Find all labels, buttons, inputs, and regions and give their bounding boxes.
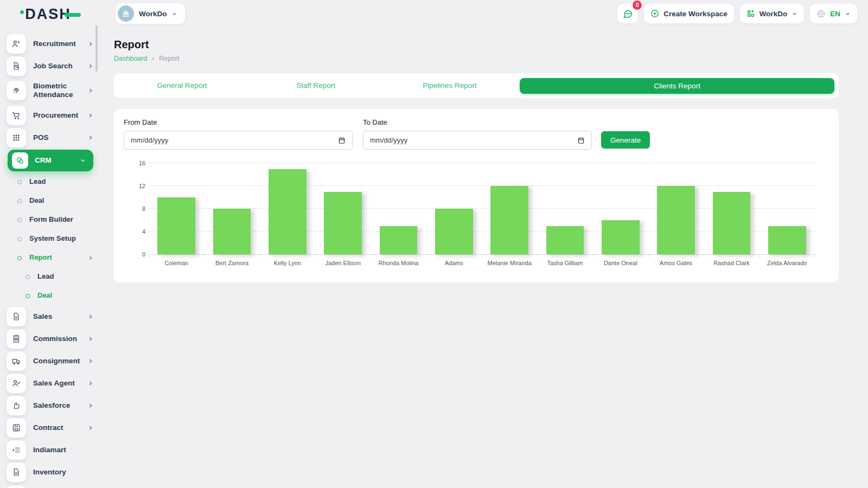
- circle-bullet-icon: [17, 180, 22, 184]
- sidebar-subitem-deal[interactable]: Deal: [0, 286, 101, 305]
- workspace-name: WorkDo: [139, 10, 167, 18]
- language-label: EN: [830, 10, 840, 18]
- sidebar-item-label: System Setup: [29, 235, 76, 243]
- chart-x-labels: ColemanBert ZamoraKelly LynnJaden Elliso…: [149, 260, 815, 266]
- sidebar-item-recruitment[interactable]: Recruitment: [0, 33, 101, 55]
- from-date-input[interactable]: [124, 131, 353, 150]
- x-axis-tick: [760, 254, 760, 257]
- sidebar-item-label: Indiamart: [33, 446, 66, 454]
- circle-bullet-icon: [17, 256, 22, 260]
- from-date-label: From Date: [124, 118, 353, 126]
- chevron-down-icon: [845, 11, 851, 17]
- workspace-switcher[interactable]: WorkDo: [116, 3, 185, 24]
- sidebar-item-inventory[interactable]: Inventory: [0, 461, 101, 483]
- workdo-dropdown-label: WorkDo: [760, 10, 788, 18]
- chevron-right-icon: [87, 380, 94, 387]
- x-axis-tick: [482, 254, 482, 257]
- sidebar-item-label: Deal: [29, 197, 44, 205]
- chart-slot: [315, 164, 371, 254]
- chart-slot: [704, 164, 759, 254]
- sidebar-item-label: Job Search: [33, 62, 73, 70]
- top-header: WorkDo 0 Create Workspace WorkDo: [101, 0, 868, 27]
- create-workspace-button[interactable]: Create Workspace: [644, 4, 734, 23]
- generate-button[interactable]: Generate: [601, 131, 650, 149]
- sidebar-nav: RecruitmentJob SearchBiometricAttendance…: [0, 28, 101, 483]
- contract-icon: [7, 418, 26, 438]
- gridline: [149, 163, 815, 163]
- chart-slot: [260, 164, 315, 254]
- sidebar-item-partial[interactable]: [7, 485, 26, 488]
- chevron-right-icon: [87, 112, 94, 119]
- main-content: Report Dashboard › Report General Report…: [114, 27, 839, 282]
- language-dropdown[interactable]: EN: [810, 4, 857, 23]
- create-workspace-label: Create Workspace: [663, 10, 727, 18]
- sidebar-item-sales[interactable]: Sales: [0, 305, 101, 328]
- y-axis-tick-label: 4: [125, 228, 145, 235]
- sidebar-item-pos[interactable]: POS: [0, 126, 101, 149]
- chevron-down-icon: [171, 11, 177, 17]
- x-axis-tick: [537, 254, 538, 257]
- sidebar-subitem-lead[interactable]: Lead: [0, 172, 101, 191]
- sidebar-subitem-form-builder[interactable]: Form Builder: [0, 210, 101, 229]
- calendar-icon[interactable]: [577, 137, 585, 144]
- tab-clients-report[interactable]: Clients Report: [520, 78, 834, 94]
- consignment-icon: [7, 351, 26, 371]
- tab-staff-report[interactable]: Staff Report: [249, 73, 383, 98]
- x-axis-category-label: Rhonda Molina: [371, 260, 426, 266]
- globe-icon: [816, 9, 826, 18]
- sidebar-item-indiamart[interactable]: Indiamart: [0, 439, 101, 461]
- x-axis-tick: [704, 254, 704, 257]
- calendar-icon[interactable]: [338, 137, 346, 144]
- breadcrumb: Dashboard › Report: [114, 55, 839, 62]
- chart-slot: [149, 164, 204, 254]
- clients-report-chart: 0481216 ColemanBert ZamoraKelly LynnJade…: [124, 164, 829, 266]
- sidebar-subitem-deal[interactable]: Deal: [0, 191, 101, 210]
- sidebar-item-biometric-attendance[interactable]: BiometricAttendance: [0, 77, 101, 104]
- sidebar-item-sales-agent[interactable]: Sales Agent: [0, 372, 101, 394]
- to-date-field: To Date: [363, 118, 592, 150]
- x-axis-category-label: Bert Zamora: [204, 260, 259, 266]
- chevron-right-icon: [87, 336, 94, 342]
- tab-pipelines-report[interactable]: Pipelines Report: [383, 73, 517, 98]
- sidebar-item-salesforce[interactable]: Salesforce: [0, 394, 101, 416]
- chevron-down-icon: [80, 157, 86, 164]
- bar-jaden-ellison: [324, 192, 362, 255]
- x-axis-category-label: Kelly Lynn: [260, 260, 315, 266]
- sidebar-scrollbar[interactable]: [95, 25, 98, 72]
- sidebar-item-procurement[interactable]: Procurement: [0, 104, 101, 126]
- crm-icon: [12, 152, 28, 169]
- circle-bullet-icon: [17, 218, 22, 222]
- messages-button[interactable]: 0: [617, 4, 638, 23]
- chevron-right-icon: [87, 313, 94, 320]
- tab-general-report[interactable]: General Report: [115, 73, 249, 98]
- x-axis-category-label: Jaden Ellison: [315, 260, 371, 266]
- sidebar-item-label: Form Builder: [29, 216, 73, 224]
- page-title: Report: [114, 38, 839, 51]
- from-date-text[interactable]: [131, 136, 338, 144]
- sidebar-item-crm[interactable]: CRM: [8, 150, 93, 171]
- x-axis-category-label: Dante Oneal: [593, 260, 648, 266]
- sidebar-subitem-system-setup[interactable]: System Setup: [0, 229, 101, 248]
- chevron-right-icon: [87, 87, 94, 94]
- commission-icon: [7, 329, 26, 349]
- sidebar-subitem-lead[interactable]: Lead: [0, 267, 101, 286]
- from-date-field: From Date: [124, 118, 353, 150]
- to-date-input[interactable]: [363, 131, 592, 150]
- sidebar-item-label: Report: [29, 254, 52, 262]
- sidebar-item-consignment[interactable]: Consignment: [0, 350, 101, 372]
- sidebar-item-commission[interactable]: Commission: [0, 328, 101, 350]
- breadcrumb-dashboard-link[interactable]: Dashboard: [114, 55, 147, 62]
- x-axis-tick: [371, 254, 371, 257]
- filter-row: From Date To Date Generate: [124, 118, 829, 150]
- sidebar-subitem-report[interactable]: Report: [0, 248, 101, 267]
- app-logo[interactable]: DASH: [0, 0, 101, 28]
- x-axis-category-label: Adams: [426, 260, 482, 266]
- to-date-text[interactable]: [370, 136, 577, 144]
- workdo-apps-dropdown[interactable]: WorkDo: [740, 4, 805, 23]
- sidebar-item-job-search[interactable]: Job Search: [0, 55, 101, 77]
- x-axis-tick: [260, 254, 260, 257]
- clients-report-card: From Date To Date Generate 0481216 Colem…: [114, 109, 839, 282]
- recruitment-icon: [7, 34, 26, 54]
- sidebar-item-contract[interactable]: Contract: [0, 416, 101, 439]
- bar-amos-gates: [657, 186, 695, 254]
